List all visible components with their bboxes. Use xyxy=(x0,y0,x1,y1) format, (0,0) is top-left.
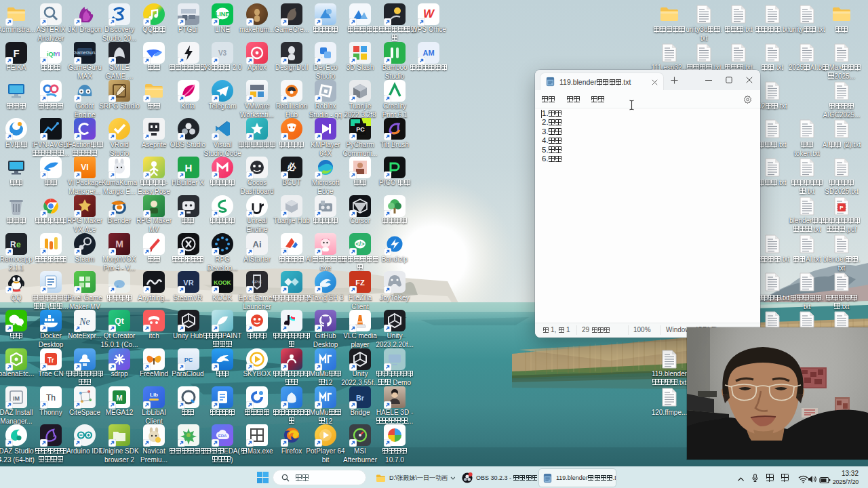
svg-text:FZ: FZ xyxy=(355,279,365,287)
svg-text:GameGuru: GameGuru xyxy=(74,50,96,55)
svg-text:Br: Br xyxy=(356,394,365,402)
svg-text:LINE: LINE xyxy=(216,11,230,18)
svg-text:PC: PC xyxy=(356,126,365,133)
svg-text:P: P xyxy=(840,205,844,211)
svg-text:IM: IM xyxy=(13,395,20,402)
svg-text:EDA: EDA xyxy=(218,434,227,438)
svg-text:</>: </> xyxy=(355,241,364,247)
svg-text:YI: YI xyxy=(54,51,60,58)
svg-text:e: e xyxy=(16,240,21,249)
svg-text:Lib: Lib xyxy=(150,392,158,398)
svg-text:EPIC: EPIC xyxy=(252,280,262,284)
svg-text:Tr: Tr xyxy=(47,357,54,364)
svg-text:Th: Th xyxy=(46,393,56,403)
svg-text:M: M xyxy=(116,394,122,402)
svg-text:PC: PC xyxy=(184,357,193,363)
svg-text:KOOK: KOOK xyxy=(214,279,231,286)
svg-text:Qt: Qt xyxy=(115,317,123,326)
